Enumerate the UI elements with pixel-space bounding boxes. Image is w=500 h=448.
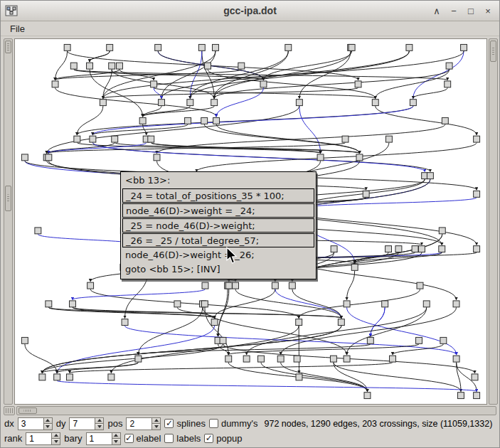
main-area: <bb 13>: _24 = total_of_positions_35 * 1… — [1, 36, 499, 405]
scrollbar-thumb[interactable] — [5, 186, 11, 211]
pos-value[interactable]: 2 — [126, 417, 151, 430]
app-window: gcc-ipa.dot ∧ − □ × File <bb 13>: _24 = … — [0, 0, 500, 448]
popup-line: _26 = _25 / total_degree_57; — [122, 233, 314, 247]
dy-stepper[interactable]: 7 — [69, 417, 104, 430]
dx-down-icon[interactable] — [43, 424, 53, 430]
dx-up-icon[interactable] — [43, 417, 53, 425]
popup-line: <bb 13>: — [122, 174, 314, 188]
menu-file[interactable]: File — [4, 22, 31, 36]
graph-canvas[interactable]: <bb 13>: _24 = total_of_positions_35 * 1… — [14, 38, 487, 405]
dummys-checkbox[interactable] — [209, 419, 218, 428]
control-panel: dx 3 dy 7 pos 2 splines dummy's — [1, 416, 499, 447]
elabel-checkbox[interactable] — [124, 434, 134, 443]
pos-label: pos — [107, 418, 122, 429]
app-icon — [5, 5, 18, 16]
bary-up-icon[interactable] — [112, 432, 121, 439]
splines-label: splines — [176, 418, 205, 429]
popup-line: _25 = node_46(D)->weight; — [122, 218, 314, 233]
elabel-label: elabel — [137, 433, 161, 444]
bary-value[interactable]: 1 — [86, 432, 112, 445]
rank-value[interactable]: 1 — [26, 432, 51, 445]
control-row-2: rank 1 bary 1 elabel labels popup — [4, 432, 496, 445]
pos-down-icon[interactable] — [151, 424, 161, 430]
rank-stepper[interactable]: 1 — [26, 432, 60, 445]
bary-down-icon[interactable] — [112, 439, 121, 445]
pos-up-icon[interactable] — [151, 417, 161, 425]
dx-value[interactable]: 3 — [18, 417, 43, 430]
dy-label: dy — [56, 418, 66, 429]
close-icon[interactable]: × — [481, 4, 495, 18]
dummys-label: dummy's — [221, 418, 258, 429]
dy-value[interactable]: 7 — [69, 417, 95, 430]
rank-down-icon[interactable] — [51, 439, 60, 445]
bary-label: bary — [64, 433, 82, 444]
menubar: File — [1, 21, 499, 36]
splines-checkbox[interactable] — [164, 419, 174, 428]
titlebar[interactable]: gcc-ipa.dot ∧ − □ × — [1, 1, 499, 21]
status-text: 972 nodes, 1290 edges, 203 crossings, si… — [265, 419, 493, 429]
scrollbar-thumb[interactable] — [490, 41, 496, 62]
horizontal-scrollbar[interactable] — [16, 406, 496, 415]
popup-line: _24 = total_of_positions_35 * 100; — [122, 188, 314, 203]
node-tooltip-popup: <bb 13>: _24 = total_of_positions_35 * 1… — [120, 171, 317, 279]
vertical-scrollbar-left[interactable] — [4, 38, 13, 405]
dx-label: dx — [4, 418, 14, 429]
window-title: gcc-ipa.dot — [1, 5, 499, 16]
scrollbar-stepper[interactable] — [5, 41, 11, 53]
horizontal-scrollbar-row — [1, 405, 499, 416]
scrollbar-thumb[interactable] — [18, 407, 37, 414]
shade-icon[interactable]: ∧ — [430, 4, 444, 18]
labels-label: labels — [176, 433, 201, 444]
rank-label: rank — [4, 433, 22, 444]
dy-up-icon[interactable] — [95, 417, 104, 425]
popup-line: node_46(D)->weight = _26; — [122, 248, 314, 262]
popup-line: node_46(D)->weight = _24; — [122, 203, 314, 218]
control-row-1: dx 3 dy 7 pos 2 splines dummy's — [4, 417, 496, 430]
pos-stepper[interactable]: 2 — [126, 417, 161, 430]
bary-stepper[interactable]: 1 — [86, 432, 121, 445]
popup-label: popup — [216, 433, 242, 444]
dy-down-icon[interactable] — [95, 424, 104, 430]
dx-stepper[interactable]: 3 — [18, 417, 53, 430]
labels-checkbox[interactable] — [164, 434, 174, 443]
minimize-icon[interactable]: − — [447, 4, 461, 18]
corner-grip[interactable] — [4, 406, 15, 415]
maximize-icon[interactable]: □ — [464, 4, 478, 18]
popup-checkbox[interactable] — [204, 434, 213, 443]
rank-up-icon[interactable] — [51, 432, 60, 439]
popup-line: goto <bb 15>; [INV] — [122, 262, 314, 277]
vertical-scrollbar-right[interactable] — [489, 38, 498, 405]
